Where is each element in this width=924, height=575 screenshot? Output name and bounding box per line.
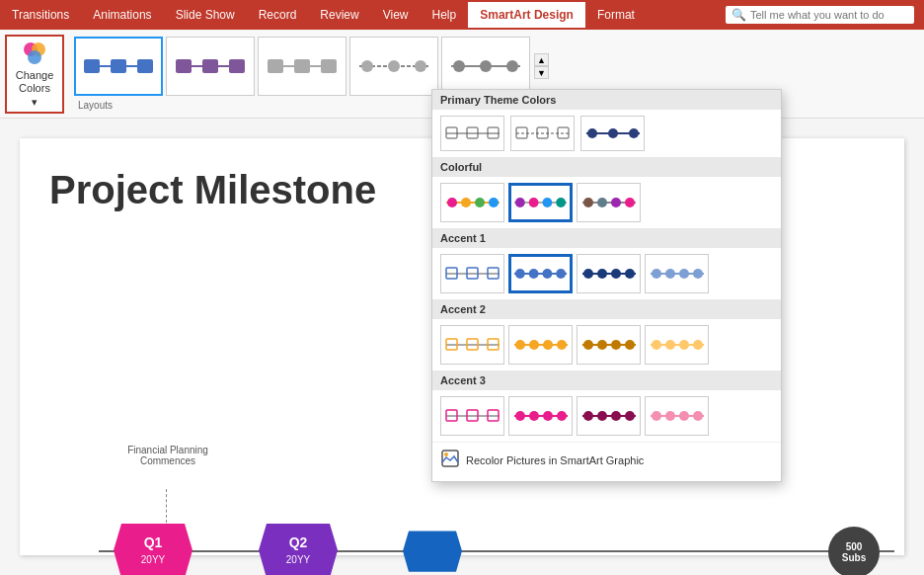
change-colors-label: ChangeColors ▾ bbox=[15, 69, 54, 109]
svg-point-64 bbox=[542, 269, 552, 279]
svg-point-82 bbox=[529, 340, 539, 350]
svg-point-88 bbox=[611, 340, 621, 350]
style-item-2[interactable] bbox=[166, 37, 255, 96]
tab-slideshow[interactable]: Slide Show bbox=[164, 2, 247, 28]
color-circles-icon bbox=[21, 40, 48, 67]
primary-theme-swatches bbox=[432, 110, 781, 157]
svg-point-55 bbox=[611, 198, 621, 207]
svg-point-17 bbox=[388, 60, 400, 72]
colorful-swatch-1[interactable] bbox=[440, 183, 504, 222]
svg-point-103 bbox=[557, 411, 567, 421]
svg-rect-5 bbox=[111, 59, 126, 73]
svg-point-93 bbox=[679, 340, 689, 350]
svg-rect-6 bbox=[137, 59, 153, 73]
svg-point-40 bbox=[608, 128, 618, 138]
colorful-header: Colorful bbox=[432, 157, 781, 177]
accent3-header: Accent 3 bbox=[432, 370, 781, 390]
ptc-swatch-2[interactable] bbox=[510, 116, 575, 151]
style-item-5[interactable] bbox=[441, 37, 530, 96]
svg-point-56 bbox=[625, 198, 635, 207]
svg-point-63 bbox=[529, 269, 539, 279]
q1-milestone[interactable]: Q1 20YY bbox=[114, 524, 192, 575]
scroll-up-button[interactable]: ▲ bbox=[534, 53, 549, 66]
accent2-header: Accent 2 bbox=[432, 299, 781, 319]
accent1-swatch-1[interactable] bbox=[440, 254, 504, 293]
svg-rect-14 bbox=[321, 59, 337, 73]
svg-point-100 bbox=[515, 411, 525, 421]
accent3-swatch-2[interactable] bbox=[508, 396, 573, 436]
svg-text:20YY: 20YY bbox=[286, 554, 311, 565]
svg-point-83 bbox=[543, 340, 553, 350]
ptc-swatch-3[interactable] bbox=[580, 116, 645, 151]
ptc-swatch-1[interactable] bbox=[440, 116, 504, 151]
svg-rect-8 bbox=[176, 59, 192, 73]
search-input[interactable] bbox=[750, 9, 908, 21]
svg-point-67 bbox=[583, 269, 593, 279]
svg-point-110 bbox=[652, 411, 661, 421]
scroll-down-button[interactable]: ▼ bbox=[534, 66, 549, 79]
svg-point-73 bbox=[665, 269, 675, 279]
svg-point-62 bbox=[515, 269, 525, 279]
svg-point-74 bbox=[679, 269, 689, 279]
accent3-swatch-1[interactable] bbox=[440, 396, 504, 436]
svg-rect-12 bbox=[268, 59, 283, 73]
accent3-swatch-4[interactable] bbox=[645, 396, 709, 436]
accent3-swatch-3[interactable] bbox=[577, 396, 641, 436]
dropdown-scroll-area[interactable]: Primary Theme Colors bbox=[432, 90, 781, 442]
style-item-selected[interactable] bbox=[74, 37, 163, 96]
tab-help[interactable]: Help bbox=[421, 2, 469, 28]
svg-rect-9 bbox=[202, 59, 218, 73]
tab-format[interactable]: Format bbox=[585, 2, 647, 28]
svg-point-92 bbox=[665, 340, 675, 350]
recolor-pictures-row[interactable]: Recolor Pictures in SmartArt Graphic bbox=[432, 442, 781, 477]
annotation-financial: Financial PlanningCommences bbox=[118, 445, 217, 466]
svg-text:20YY: 20YY bbox=[141, 554, 166, 565]
tab-review[interactable]: Review bbox=[308, 2, 370, 28]
svg-point-115 bbox=[444, 452, 448, 456]
ribbon-bar: Transitions Animations Slide Show Record… bbox=[0, 0, 924, 30]
accent1-swatch-2[interactable] bbox=[508, 254, 573, 293]
style-item-4[interactable] bbox=[349, 37, 438, 96]
svg-point-46 bbox=[489, 198, 499, 207]
svg-point-51 bbox=[556, 198, 566, 207]
change-colors-button[interactable]: ChangeColors ▾ bbox=[5, 35, 64, 114]
svg-point-72 bbox=[652, 269, 661, 279]
q2-milestone[interactable]: Q2 20YY bbox=[259, 524, 338, 575]
accent2-swatch-2[interactable] bbox=[508, 325, 573, 365]
svg-point-53 bbox=[583, 198, 593, 207]
tab-smartart-design[interactable]: SmartArt Design bbox=[468, 2, 585, 28]
svg-rect-4 bbox=[84, 59, 100, 73]
svg-point-87 bbox=[597, 340, 607, 350]
tab-transitions[interactable]: Transitions bbox=[0, 2, 81, 28]
tab-view[interactable]: View bbox=[371, 2, 421, 28]
svg-point-81 bbox=[515, 340, 525, 350]
accent2-swatch-3[interactable] bbox=[577, 325, 641, 365]
recolor-label: Recolor Pictures in SmartArt Graphic bbox=[466, 454, 644, 466]
svg-point-102 bbox=[543, 411, 553, 421]
style-item-3[interactable] bbox=[258, 37, 346, 96]
500subs-milestone[interactable]: 500Subs bbox=[828, 527, 880, 575]
accent2-swatch-1[interactable] bbox=[440, 325, 504, 365]
primary-theme-colors-header: Primary Theme Colors bbox=[432, 90, 781, 110]
q3-milestone[interactable] bbox=[403, 526, 462, 575]
accent1-swatch-4[interactable] bbox=[645, 254, 709, 293]
tab-record[interactable]: Record bbox=[247, 2, 309, 28]
colorful-swatch-3[interactable] bbox=[577, 183, 641, 222]
tab-animations[interactable]: Animations bbox=[81, 2, 163, 28]
accent2-swatches bbox=[432, 319, 781, 370]
search-bar[interactable]: 🔍 bbox=[726, 6, 914, 24]
accent3-swatches bbox=[432, 390, 781, 442]
svg-point-16 bbox=[361, 60, 373, 72]
svg-point-22 bbox=[506, 60, 518, 72]
svg-point-54 bbox=[597, 198, 607, 207]
accent1-swatch-3[interactable] bbox=[577, 254, 641, 293]
accent2-swatch-4[interactable] bbox=[645, 325, 709, 365]
search-icon: 🔍 bbox=[732, 8, 746, 22]
svg-point-41 bbox=[629, 128, 639, 138]
accent1-swatches bbox=[432, 248, 781, 299]
colorful-swatch-2[interactable] bbox=[508, 183, 573, 222]
change-colors-dropdown: Primary Theme Colors bbox=[431, 89, 782, 482]
svg-rect-13 bbox=[294, 59, 310, 73]
svg-point-39 bbox=[587, 128, 597, 138]
svg-point-91 bbox=[652, 340, 661, 350]
